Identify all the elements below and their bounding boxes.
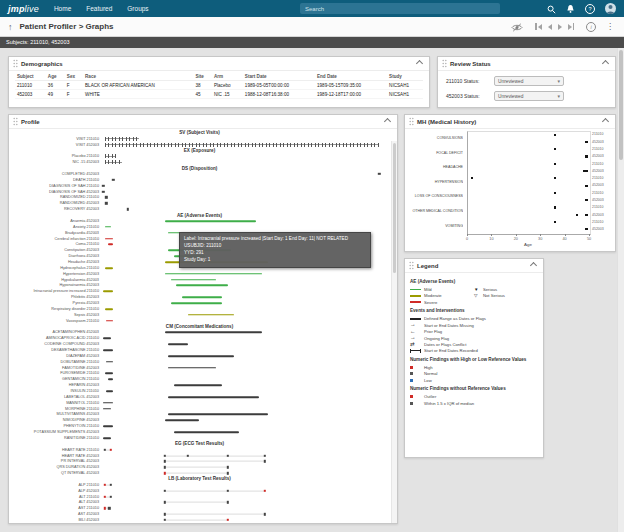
event-bar[interactable]	[103, 290, 113, 292]
result-marker[interactable]	[264, 513, 266, 515]
last-page-button[interactable]	[566, 23, 576, 30]
result-marker[interactable]	[104, 507, 106, 509]
result-marker[interactable]	[227, 490, 229, 492]
mh-history-marker[interactable]	[585, 199, 587, 201]
result-marker[interactable]	[227, 472, 229, 474]
page-scrollbar[interactable]	[617, 48, 624, 532]
event-bar[interactable]	[106, 390, 113, 392]
event-marker[interactable]	[102, 190, 104, 192]
mh-history-marker[interactable]	[554, 134, 556, 136]
mh-history-marker[interactable]	[576, 214, 578, 216]
mh-history-marker[interactable]	[554, 221, 556, 223]
drag-handle-icon[interactable]	[13, 59, 18, 68]
collapse-chevron-icon[interactable]	[530, 262, 537, 269]
review-status-header[interactable]: Review Status	[438, 57, 615, 71]
visit-ticks[interactable]	[105, 137, 139, 141]
search-input[interactable]	[300, 3, 500, 14]
result-marker[interactable]	[104, 495, 106, 497]
avatar[interactable]	[605, 3, 616, 14]
result-marker[interactable]	[164, 472, 166, 474]
event-marker[interactable]	[378, 173, 380, 175]
event-bar[interactable]	[171, 279, 217, 281]
nav-item-home[interactable]: Home	[54, 5, 71, 12]
mh-history-marker[interactable]	[554, 177, 556, 179]
nav-item-groups[interactable]: Groups	[127, 5, 148, 12]
result-marker[interactable]	[164, 513, 166, 515]
mh-history-marker[interactable]	[585, 185, 587, 187]
demographics-header[interactable]: Demographics	[9, 57, 429, 71]
previous-page-button[interactable]	[546, 24, 554, 30]
event-bar[interactable]	[182, 296, 222, 298]
visit-ticks[interactable]	[105, 160, 122, 164]
result-marker[interactable]	[227, 466, 229, 468]
result-marker[interactable]	[227, 501, 229, 503]
event-marker[interactable]	[127, 208, 129, 210]
profile-header[interactable]: Profile	[9, 115, 397, 129]
result-marker[interactable]	[264, 454, 266, 456]
collapse-chevron-icon[interactable]	[602, 118, 609, 125]
mh-history-marker[interactable]	[585, 141, 587, 143]
result-marker[interactable]	[264, 490, 266, 492]
event-bar[interactable]	[103, 408, 110, 410]
event-bar[interactable]	[105, 238, 114, 240]
first-page-button[interactable]	[533, 23, 543, 30]
result-marker[interactable]	[164, 460, 166, 462]
result-marker[interactable]	[104, 484, 106, 486]
result-marker[interactable]	[227, 454, 229, 456]
result-marker[interactable]	[104, 448, 106, 450]
mh-history-marker[interactable]	[554, 192, 556, 194]
event-bar[interactable]	[106, 320, 113, 322]
help-icon[interactable]: ?	[585, 4, 595, 14]
result-marker[interactable]	[108, 507, 110, 509]
event-bar[interactable]	[188, 314, 234, 316]
drag-handle-icon[interactable]	[409, 117, 414, 126]
drag-handle-icon[interactable]	[409, 261, 414, 270]
table-row[interactable]: 21101036FBLACK OR AFRICAN AMERICAN38Plac…	[15, 81, 423, 90]
event-bar[interactable]	[165, 332, 262, 334]
mh-history-marker[interactable]	[471, 177, 473, 179]
collapse-chevron-icon[interactable]	[602, 60, 609, 67]
bell-icon[interactable]	[566, 0, 575, 18]
event-bar[interactable]	[174, 431, 240, 433]
result-marker[interactable]	[109, 484, 111, 486]
event-bar[interactable]	[103, 349, 113, 351]
event-bar[interactable]	[171, 302, 222, 304]
event-bar[interactable]	[165, 220, 257, 222]
info-icon[interactable]: i	[586, 22, 596, 32]
event-bar[interactable]	[165, 273, 262, 275]
mh-history-marker[interactable]	[585, 170, 587, 172]
legend-header[interactable]: Legend	[405, 259, 543, 273]
event-bar[interactable]	[168, 367, 217, 369]
event-bar[interactable]	[105, 226, 111, 228]
kebab-menu-icon[interactable]: ⋮	[606, 23, 614, 31]
nav-item-featured[interactable]: Featured	[86, 5, 112, 12]
mh-history-marker[interactable]	[554, 148, 556, 150]
event-bar[interactable]	[105, 267, 114, 269]
event-bar[interactable]	[168, 414, 268, 416]
collapse-chevron-icon[interactable]	[384, 118, 391, 125]
event-bar[interactable]	[103, 437, 110, 439]
event-bar[interactable]	[106, 361, 113, 363]
mh-history-marker[interactable]	[585, 155, 587, 157]
event-bar[interactable]	[105, 308, 114, 310]
result-marker[interactable]	[164, 490, 166, 492]
mh-history-marker[interactable]	[585, 214, 587, 216]
visit-ticks[interactable]	[105, 143, 380, 147]
event-bar[interactable]	[108, 378, 114, 380]
event-marker[interactable]	[102, 185, 104, 187]
result-marker[interactable]	[264, 460, 266, 462]
result-marker[interactable]	[164, 501, 166, 503]
mh-history-marker[interactable]	[585, 228, 587, 230]
result-marker[interactable]	[109, 495, 111, 497]
result-marker[interactable]	[187, 454, 189, 456]
event-bar[interactable]	[103, 337, 110, 339]
event-bar[interactable]	[105, 373, 114, 375]
table-row[interactable]: 45200349FWHITE45NIC .151988-12-08T16:38:…	[15, 90, 423, 99]
event-marker[interactable]	[112, 179, 114, 181]
event-bar[interactable]	[108, 244, 114, 246]
event-marker[interactable]	[105, 202, 107, 204]
jmp-live-logo[interactable]: jmplive	[8, 4, 39, 14]
event-bar[interactable]	[165, 419, 199, 421]
status-select[interactable]: Unreviewed▾	[494, 91, 564, 101]
result-marker[interactable]	[164, 519, 166, 521]
